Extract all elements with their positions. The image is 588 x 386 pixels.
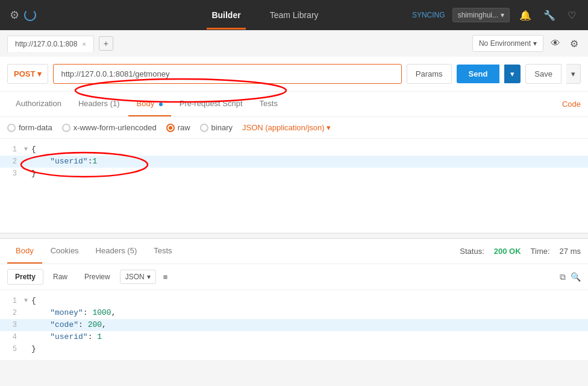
tab-authorization[interactable]: Authorization: [7, 92, 70, 116]
add-tab-button[interactable]: +: [99, 36, 113, 51]
status-label: Status:: [460, 247, 484, 256]
binary-option[interactable]: binary: [200, 123, 233, 132]
resp-code-line-2: 2 "money": 1000,: [0, 307, 588, 319]
urlencoded-option[interactable]: x-www-form-urlencoded: [62, 123, 157, 132]
search-icon[interactable]: 🔍: [571, 272, 581, 282]
status-value: 200 OK: [494, 247, 521, 256]
environment-selector[interactable]: No Environment ▾: [472, 35, 543, 52]
tab-headers[interactable]: Headers (1): [70, 92, 128, 116]
wrench-icon[interactable]: 🔧: [541, 7, 558, 24]
binary-radio[interactable]: [200, 124, 208, 132]
response-meta: Status: 200 OK Time: 27 ms: [460, 239, 581, 263]
save-dropdown-button[interactable]: ▾: [566, 64, 581, 84]
resp-action-icons: ⧉ 🔍: [560, 272, 581, 282]
line-content: "userid":1: [31, 156, 588, 168]
response-section: Body Cookies Headers (5) Tests Status: 2…: [0, 238, 588, 360]
line-number: 1: [0, 295, 24, 307]
resp-code-line-4: 4 "userid": 1: [0, 331, 588, 343]
settings-icon[interactable]: ⚙: [10, 8, 19, 22]
empty-editor-space[interactable]: [0, 180, 588, 228]
line-content: "money": 1000,: [31, 307, 588, 319]
nav-tab-team-library[interactable]: Team Library: [265, 1, 324, 30]
resp-code-line-1: 1 ▼ {: [0, 295, 588, 307]
send-dropdown-button[interactable]: ▾: [504, 65, 521, 83]
user-menu-button[interactable]: shiminghui... ▾: [452, 8, 510, 22]
line-number: 2: [0, 156, 24, 168]
resp-code-line-3: 3 "code": 200,: [0, 319, 588, 331]
time-label: Time:: [531, 247, 550, 256]
eye-icon[interactable]: 👁: [548, 36, 563, 51]
line-content: {: [31, 144, 588, 156]
nav-tab-builder[interactable]: Builder: [207, 1, 245, 30]
request-row: POST ▾ Params Send ▾ Save ▾: [0, 57, 588, 92]
sync-status: SYNCING: [412, 11, 445, 19]
tab-body[interactable]: Body: [128, 92, 171, 116]
line-content: "code": 200,: [31, 319, 588, 331]
tab-prerequest[interactable]: Pre-request Script: [171, 92, 251, 116]
line-content: "userid": 1: [31, 331, 588, 343]
save-button[interactable]: Save: [525, 64, 561, 84]
align-icon[interactable]: ≡: [163, 273, 168, 282]
line-content: {: [31, 295, 588, 307]
resp-preview-tab[interactable]: Preview: [77, 270, 117, 284]
chevron-down-icon: ▾: [533, 39, 537, 48]
url-tab-row: http://127.0.0.1:808 × + No Environment …: [0, 30, 588, 57]
url-tab[interactable]: http://127.0.0.1:808 ×: [7, 36, 94, 52]
close-tab-icon[interactable]: ×: [82, 40, 86, 48]
line-number: 3: [0, 168, 24, 180]
raw-radio[interactable]: [166, 124, 175, 132]
top-nav: ⚙ Builder Team Library SYNCING shiminghu…: [0, 0, 588, 30]
line-number: 5: [0, 343, 24, 355]
resp-code-line-5: 5 }: [0, 343, 588, 355]
line-content: }: [31, 168, 588, 180]
form-data-option[interactable]: form-data: [7, 123, 52, 132]
resp-raw-tab[interactable]: Raw: [46, 270, 75, 284]
urlencoded-radio[interactable]: [62, 124, 70, 132]
code-line-1: 1 ▼ {: [0, 144, 588, 156]
request-tabs-row: Authorization Headers (1) Body Pre-reque…: [0, 92, 588, 117]
response-body-editor: 1 ▼ { 2 "money": 1000, 3 "code": 200, 4 …: [0, 290, 588, 360]
line-number: 4: [0, 331, 24, 343]
body-dot-indicator: [159, 103, 163, 106]
request-area: POST ▾ Params Send ▾ Save ▾ Authorizatio…: [0, 57, 588, 233]
method-selector[interactable]: POST ▾: [7, 64, 48, 84]
code-link[interactable]: Code: [562, 92, 581, 116]
body-options-row: form-data x-www-form-urlencoded raw bina…: [0, 117, 588, 139]
nav-right: SYNCING shiminghui... ▾ 🔔 🔧 ♡: [412, 7, 578, 24]
copy-icon[interactable]: ⧉: [560, 272, 566, 282]
line-content: }: [31, 343, 588, 355]
response-tabs-row: Body Cookies Headers (5) Tests Status: 2…: [0, 239, 588, 264]
code-line-2: 2 "userid":1: [0, 156, 588, 168]
line-number: 3: [0, 319, 24, 331]
resp-tab-body[interactable]: Body: [7, 239, 42, 264]
line-number: 2: [0, 307, 24, 319]
main-content: http://127.0.0.1:808 × + No Environment …: [0, 30, 588, 386]
fold-indicator[interactable]: ▼: [24, 144, 31, 156]
url-input-wrapper: [53, 64, 401, 84]
chevron-down-icon: ▾: [327, 123, 331, 132]
tab-tests[interactable]: Tests: [251, 92, 286, 116]
chevron-down-icon: ▾: [147, 273, 151, 281]
nav-tabs: Builder Team Library: [118, 1, 412, 30]
params-button[interactable]: Params: [407, 64, 452, 84]
json-type-selector[interactable]: JSON (application/json) ▾: [242, 123, 331, 132]
send-button[interactable]: Send: [457, 65, 500, 83]
url-input[interactable]: [53, 64, 401, 84]
request-body-editor[interactable]: 1 ▼ { 2 "userid":1 3 }: [0, 139, 588, 233]
resp-tab-headers[interactable]: Headers (5): [87, 239, 146, 264]
resp-pretty-tab[interactable]: Pretty: [7, 269, 43, 285]
resp-tab-tests[interactable]: Tests: [145, 239, 180, 264]
chevron-down-icon: ▾: [37, 69, 42, 78]
json-format-selector[interactable]: JSON ▾: [120, 270, 156, 284]
bell-icon[interactable]: 🔔: [517, 7, 534, 24]
resp-body-tabs: Pretty Raw Preview JSON ▾ ≡ ⧉ 🔍: [0, 264, 588, 290]
fold-indicator[interactable]: ▼: [24, 295, 31, 307]
chevron-down-icon: ▾: [501, 11, 504, 19]
raw-option[interactable]: raw: [166, 123, 190, 132]
heart-icon[interactable]: ♡: [565, 7, 578, 24]
resp-tab-cookies[interactable]: Cookies: [42, 239, 87, 264]
gear-icon[interactable]: ⚙: [568, 36, 581, 52]
form-data-radio[interactable]: [7, 124, 16, 132]
line-number: 1: [0, 144, 24, 156]
sync-icon: [24, 9, 36, 21]
